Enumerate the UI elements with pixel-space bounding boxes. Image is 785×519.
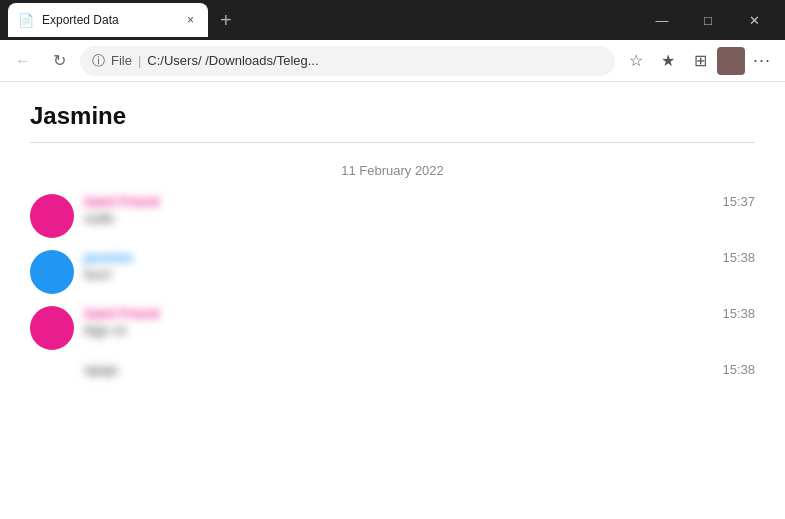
- message-row: Saint Friendxsdfs15:37: [30, 194, 755, 238]
- toolbar-right: ☆ ★ ⊞ ···: [621, 46, 777, 76]
- tab-close-button[interactable]: ×: [183, 11, 198, 29]
- tab-title: Exported Data: [42, 13, 175, 27]
- address-text: C:/Users/ /Downloads/Teleg...: [147, 53, 603, 68]
- message-extra-time: 15:38: [722, 362, 755, 377]
- address-bar: ← ↻ ⓘ File | C:/Users/ /Downloads/Teleg.…: [0, 40, 785, 82]
- tab-bar: 📄 Exported Data × + — □ ✕: [0, 0, 785, 40]
- more-options-button[interactable]: ···: [747, 46, 777, 76]
- message-text: xsdfs: [84, 211, 755, 226]
- avatar: [30, 250, 74, 294]
- window-controls: — □ ✕: [639, 0, 777, 40]
- message-row: Saint Friendfdgh ch15:38: [30, 306, 755, 350]
- message-body: jasminefsxcf: [84, 250, 755, 282]
- message-text: fsxcf: [84, 267, 755, 282]
- message-body: Saint Friendfdgh ch: [84, 306, 755, 338]
- back-button[interactable]: ←: [8, 46, 38, 76]
- tab-icon: 📄: [18, 13, 34, 28]
- message-time: 15:38: [722, 306, 755, 321]
- address-divider: |: [138, 53, 141, 68]
- message-body: Saint Friendxsdfs: [84, 194, 755, 226]
- favorites-button[interactable]: ★: [653, 46, 683, 76]
- avatar: [30, 194, 74, 238]
- minimize-button[interactable]: —: [639, 0, 685, 40]
- browser-chrome: 📄 Exported Data × + — □ ✕ ← ↻ ⓘ File | C…: [0, 0, 785, 82]
- message-row: jasminefsxcf15:38: [30, 250, 755, 294]
- message-time: 15:37: [722, 194, 755, 209]
- date-label: 11 February 2022: [30, 163, 755, 178]
- active-tab[interactable]: 📄 Exported Data ×: [8, 3, 208, 37]
- profile-button[interactable]: [717, 47, 745, 75]
- address-input-wrap[interactable]: ⓘ File | C:/Users/ /Downloads/Teleg...: [80, 46, 615, 76]
- new-tab-button[interactable]: +: [212, 9, 240, 32]
- message-sender: Saint Friend: [84, 306, 755, 321]
- file-label: File: [111, 53, 132, 68]
- message-time: 15:38: [722, 250, 755, 265]
- maximize-button[interactable]: □: [685, 0, 731, 40]
- add-to-favorites-button[interactable]: ☆: [621, 46, 651, 76]
- message-sender: jasmine: [84, 250, 755, 265]
- collections-button[interactable]: ⊞: [685, 46, 715, 76]
- message-extra-text: sgsgs: [84, 362, 755, 377]
- info-icon: ⓘ: [92, 52, 105, 70]
- message-text: fdgh ch: [84, 323, 755, 338]
- close-button[interactable]: ✕: [731, 0, 777, 40]
- messages-container: Saint Friendxsdfs15:37jasminefsxcf15:38S…: [30, 194, 755, 377]
- page-content: Jasmine 11 February 2022 Saint Friendxsd…: [0, 82, 785, 519]
- message-sender: Saint Friend: [84, 194, 755, 209]
- refresh-button[interactable]: ↻: [44, 46, 74, 76]
- message-row-extra: sgsgs15:38: [30, 362, 755, 377]
- avatar: [30, 306, 74, 350]
- chat-title: Jasmine: [30, 102, 755, 143]
